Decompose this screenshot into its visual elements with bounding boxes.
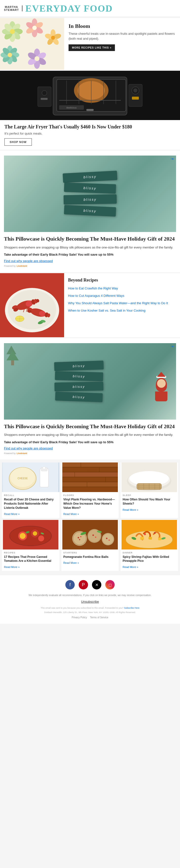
footer-address: Dotdash Meredith, 225 Liberty St., 9th F… (4, 611, 176, 614)
bloom-title: In Bloom (68, 23, 176, 29)
cards-row-2: RECIPES 17 Recipes That Prove Canned Tom… (0, 520, 180, 573)
beyond-link-2[interactable]: How to Cut Asparagus 4 Different Ways (68, 293, 176, 298)
card-floors-body: FLOORS Vinyl Plank Flooring vs. Hardwood… (61, 492, 119, 518)
bloom-section: In Bloom These cheerful treats use in-se… (0, 18, 180, 70)
subscribe-link[interactable]: Subscribe Here (124, 607, 139, 609)
svg-rect-56 (132, 97, 139, 100)
floors-image (61, 463, 119, 492)
card-dinner-title: Spicy Shrimp Fajitas With Grilled Pineap… (123, 555, 176, 563)
card-recipes-link[interactable]: Read More » (4, 565, 20, 568)
pillowcase1-bold: Take advantage of their Early Black Frid… (4, 252, 176, 257)
svg-rect-95 (62, 467, 118, 472)
pillowcase1-link[interactable]: Find out why people are obsessed (4, 259, 176, 263)
svg-rect-99 (62, 487, 118, 492)
card-recipes-category: RECIPES (4, 552, 57, 554)
brand-bottom: stewart (4, 8, 19, 11)
svg-text:Beelicious: Beelicious (66, 106, 77, 109)
card-sleep: SLEEP How Often Should You Wash Your She… (121, 463, 178, 518)
beyond-image (0, 273, 64, 337)
instagram-icon[interactable]: ◻ (105, 580, 115, 589)
card-floors-link[interactable]: Read More » (63, 513, 79, 516)
svg-rect-98 (62, 482, 118, 487)
pillowcase-ad-1: blissy blissy blissy blissy D▶ This Pill… (0, 151, 180, 272)
card-dinner-category: DINNER (123, 552, 176, 554)
svg-point-143 (79, 539, 80, 540)
svg-point-144 (92, 534, 94, 536)
beyond-content: Beyond Recipes How to Eat Crawfish the R… (64, 273, 180, 337)
svg-rect-90 (40, 469, 49, 487)
svg-rect-154 (158, 537, 161, 540)
svg-point-9 (10, 29, 15, 34)
site-header: martha stewart EVERYDAY FOOD (0, 0, 180, 17)
card-floors-title: Vinyl Plank Flooring vs. Hardwood—Which … (63, 497, 117, 510)
svg-point-92 (43, 467, 46, 469)
svg-point-140 (102, 534, 113, 544)
svg-rect-97 (62, 477, 118, 482)
card-starters-body: STARTERS Pomegranate Fontina Rice Balls … (61, 550, 119, 567)
pillowcase2-desc: Shoppers everywhere are snapping up Blis… (4, 432, 176, 437)
pillowcase2-bold: Take advantage of their Early Black Frid… (4, 440, 176, 445)
svg-rect-57 (38, 87, 51, 106)
pillowcase-ad-2: blissy blissy blissy blissy D▶ This Pill… (0, 338, 180, 460)
card-starters-title: Pomegranate Fontina Rice Balls (63, 555, 117, 559)
social-icons-row: f P ✕ ◻ (4, 580, 176, 589)
card-recall-link[interactable]: Read More » (4, 513, 20, 516)
card-recipes: RECIPES 17 Recipes That Prove Canned Tom… (2, 520, 59, 571)
svg-rect-59 (41, 98, 48, 100)
pillowcase1-image: blissy blissy blissy blissy D▶ (4, 156, 176, 232)
airfryer-description: It's perfect for quick meals. (4, 132, 176, 135)
airfryer-shop-button[interactable]: SHOP NOW (4, 138, 32, 146)
brand-top: martha (5, 5, 18, 8)
beyond-link-1[interactable]: How to Eat Crawfish the Right Way (68, 286, 176, 291)
svg-rect-42 (86, 109, 94, 111)
pinterest-icon[interactable]: P (79, 580, 88, 589)
beyond-link-4[interactable]: When to Use Kosher Salt vs. Sea Salt in … (68, 308, 176, 313)
facebook-icon[interactable]: f (65, 580, 75, 589)
footer-links: Privacy Policy Terms of Service (4, 616, 176, 619)
svg-text:CHEESE: CHEESE (18, 477, 28, 480)
bloom-description: These cheerful treats use in-season frui… (68, 31, 176, 41)
svg-point-142 (80, 536, 81, 537)
bloom-image (0, 18, 64, 70)
airfryer-content: The Large Air Fryer That's Usually $460 … (0, 120, 180, 150)
pillowcase1-title: This Pillowcase is Quickly Becoming The … (4, 236, 176, 243)
svg-rect-96 (62, 472, 118, 477)
card-floors-category: FLOORS (63, 494, 117, 496)
pillowcase2-link[interactable]: Find out why people are obsessed (4, 446, 176, 450)
site-title: EVERYDAY FOOD (25, 3, 113, 14)
card-recall: CHEESE RECALL Recall of Over 20 Cheese a… (2, 463, 59, 518)
footer-disclaimer: We independently evaluate all recommenda… (4, 593, 176, 597)
airfryer-title: The Large Air Fryer That's Usually $460 … (4, 124, 176, 130)
bloom-illustration (0, 18, 64, 70)
beyond-link-3[interactable]: Why You Should Always Salt Pasta Water—a… (68, 301, 176, 305)
card-recall-category: RECALL (4, 494, 57, 496)
svg-point-141 (78, 537, 79, 538)
card-dinner: DINNER Spicy Shrimp Fajitas With Grilled… (121, 520, 178, 571)
unsubscribe-button[interactable]: Unsubscribe (4, 600, 176, 603)
bloom-cta-button[interactable]: MORE RECIPES LIKE THIS » (68, 44, 115, 51)
svg-point-147 (109, 539, 110, 540)
privacy-link[interactable]: Privacy Policy (72, 616, 87, 619)
beyond-title: Beyond Recipes (68, 278, 176, 283)
card-starters-link[interactable]: Read More » (63, 561, 79, 564)
card-sleep-body: SLEEP How Often Should You Wash Your She… (121, 492, 178, 514)
card-recipes-title: 17 Recipes That Prove Canned Tomatoes Ar… (4, 555, 57, 563)
twitter-icon[interactable]: ✕ (92, 580, 101, 589)
svg-rect-153 (148, 537, 152, 539)
svg-point-58 (42, 91, 47, 95)
card-sleep-link[interactable]: Read More » (123, 508, 138, 511)
card-dinner-link[interactable]: Read More » (123, 565, 138, 568)
social-footer: f P ✕ ◻ We independently evaluate all re… (0, 575, 180, 624)
svg-point-22 (51, 36, 55, 40)
pillowcase2-image: blissy blissy blissy blissy D▶ (4, 343, 176, 420)
sleep-image (121, 463, 178, 492)
powered-by-2: Powered by LiveIntent (4, 452, 176, 455)
card-dinner-body: DINNER Spicy Shrimp Fajitas With Grilled… (121, 550, 178, 571)
card-floors: FLOORS Vinyl Plank Flooring vs. Hardwood… (61, 463, 119, 518)
recall-image: CHEESE (2, 463, 59, 492)
cards-row-1: CHEESE RECALL Recall of Over 20 Cheese a… (0, 461, 180, 520)
airfryer-image: Beelicious (0, 71, 180, 120)
svg-point-38 (34, 56, 39, 61)
card-starters-category: STARTERS (63, 552, 117, 554)
terms-link[interactable]: Terms of Service (90, 616, 108, 619)
